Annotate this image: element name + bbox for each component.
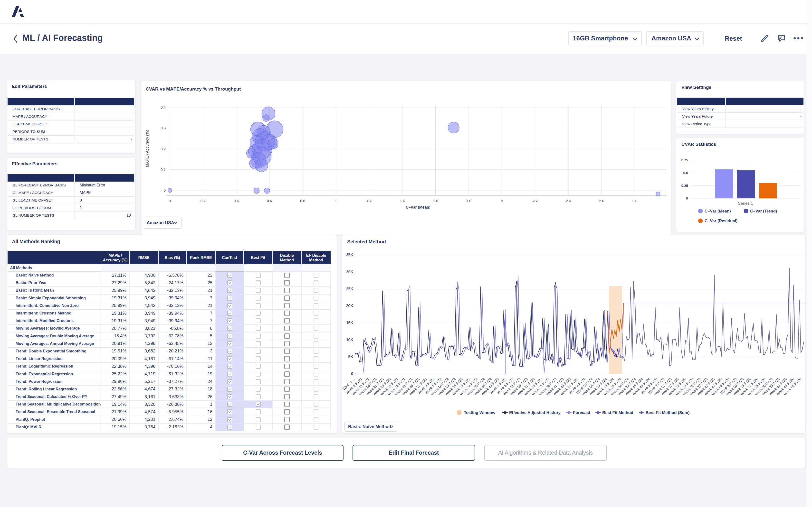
svg-text:0.4: 0.4 xyxy=(160,105,166,109)
svg-text:Effective Adjusted History: Effective Adjusted History xyxy=(509,410,561,415)
svg-text:30K: 30K xyxy=(346,270,354,274)
svg-text:0: 0 xyxy=(164,188,166,192)
svg-text:25K: 25K xyxy=(346,287,354,291)
svg-text:1.2: 1.2 xyxy=(367,199,372,203)
svg-text:0.75: 0.75 xyxy=(681,158,688,162)
svg-text:C–Var (Mean): C–Var (Mean) xyxy=(705,209,731,214)
svg-text:Testing Window: Testing Window xyxy=(464,410,496,415)
svg-text:2.4: 2.4 xyxy=(566,199,571,203)
svg-text:0.5: 0.5 xyxy=(683,171,688,175)
svg-text:2.6: 2.6 xyxy=(599,199,604,203)
svg-text:20K: 20K xyxy=(346,304,354,308)
svg-text:C–Var (Mean): C–Var (Mean) xyxy=(406,205,430,209)
svg-text:2: 2 xyxy=(501,199,503,203)
svg-text:0.6: 0.6 xyxy=(267,199,272,203)
svg-text:10K: 10K xyxy=(346,338,354,342)
svg-text:0: 0 xyxy=(169,199,171,203)
svg-text:0: 0 xyxy=(686,196,688,200)
svg-text:15K: 15K xyxy=(346,321,354,325)
svg-text:2.8: 2.8 xyxy=(632,199,637,203)
svg-text:Best Fit Method (Sum): Best Fit Method (Sum) xyxy=(646,410,690,415)
svg-text:0.1: 0.1 xyxy=(160,167,166,172)
svg-text:0.2: 0.2 xyxy=(160,147,166,151)
svg-text:1.4: 1.4 xyxy=(400,199,405,203)
svg-text:5K: 5K xyxy=(348,355,354,359)
svg-text:35K: 35K xyxy=(346,253,354,257)
svg-text:Series 1: Series 1 xyxy=(738,201,753,206)
svg-text:0: 0 xyxy=(351,372,353,376)
svg-text:1.6: 1.6 xyxy=(433,199,438,203)
svg-text:0.25: 0.25 xyxy=(681,184,688,188)
svg-text:2.2: 2.2 xyxy=(532,199,538,203)
svg-text:1: 1 xyxy=(335,199,337,203)
svg-text:1.8: 1.8 xyxy=(466,199,471,203)
svg-text:C–Var (Trend): C–Var (Trend) xyxy=(750,209,777,214)
svg-text:0.2: 0.2 xyxy=(201,199,206,203)
svg-text:Best Fit Method: Best Fit Method xyxy=(602,410,633,415)
svg-text:0.8: 0.8 xyxy=(300,199,305,203)
svg-text:C–Var (Residual): C–Var (Residual) xyxy=(705,219,738,223)
svg-text:Forecast: Forecast xyxy=(573,410,590,415)
svg-text:MAPE / Accuracy (%): MAPE / Accuracy (%) xyxy=(145,130,149,167)
svg-text:0.4: 0.4 xyxy=(234,199,239,203)
svg-text:0.3: 0.3 xyxy=(160,126,166,130)
